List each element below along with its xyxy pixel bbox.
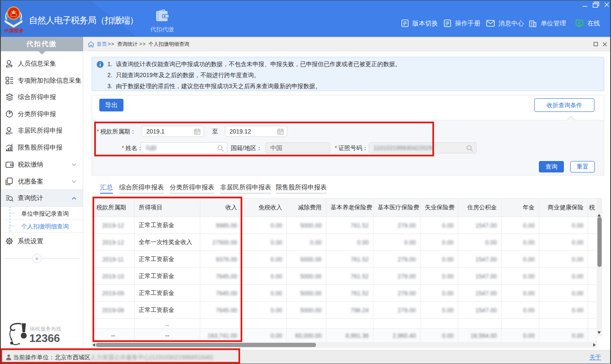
svg-text:中国税务: 中国税务 — [4, 28, 24, 33]
